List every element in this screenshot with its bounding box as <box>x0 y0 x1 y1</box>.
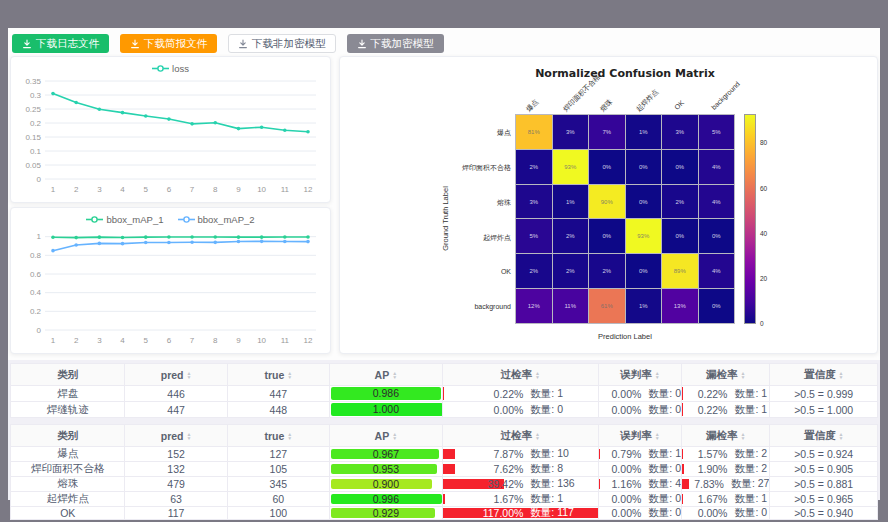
svg-text:8: 8 <box>213 336 218 345</box>
column-header[interactable]: AP▲▼ <box>330 364 443 386</box>
sort-icon[interactable]: ▲▼ <box>287 371 292 379</box>
category-cell: OK <box>11 507 125 520</box>
column-header[interactable]: 漏检率▲▼ <box>682 425 770 447</box>
rate-count: 数量: 0 <box>727 507 767 520</box>
rate-percent: 39.42% <box>443 478 524 490</box>
cm-cell: 2% <box>589 254 625 288</box>
legend-item-bbox_mAP_2[interactable]: bbox_mAP_2 <box>178 213 255 226</box>
legend-item-bbox_mAP_1[interactable]: bbox_mAP_1 <box>86 213 163 226</box>
sort-icon[interactable]: ▲▼ <box>740 371 745 379</box>
svg-text:4: 4 <box>120 185 125 194</box>
pred-cell: 479 <box>125 477 227 492</box>
svg-text:7: 7 <box>190 336 195 345</box>
column-header[interactable]: true▲▼ <box>227 425 329 447</box>
cm-colorbar-tick: 0 <box>760 320 764 327</box>
svg-text:10: 10 <box>257 336 266 345</box>
sort-icon[interactable]: ▲▼ <box>655 432 660 440</box>
legend-item-loss[interactable]: loss <box>152 62 189 75</box>
rate-percent: 1.67% <box>443 493 524 505</box>
svg-text:6: 6 <box>167 336 172 345</box>
rate-percent: 1.16% <box>599 478 642 490</box>
cm-colorbar-tick: 60 <box>760 185 767 192</box>
rate-percent: 7.83% <box>682 478 724 490</box>
column-header[interactable]: true▲▼ <box>227 364 329 386</box>
pred-cell: 63 <box>125 492 227 507</box>
table-row: 焊盘4464470.9860.22%数量: 10.00%数量: 00.22%数量… <box>11 386 878 402</box>
download-button-0[interactable]: 下载日志文件 <box>12 34 109 53</box>
column-header-label: 过检率 <box>501 368 533 382</box>
rate-count: 数量: 1 <box>523 492 563 506</box>
cm-cell: 0% <box>662 219 698 253</box>
cm-cell: 0% <box>589 219 625 253</box>
overdetect-cell: 117.00%数量: 117 <box>442 507 598 520</box>
download-button-1[interactable]: 下载简报文件 <box>120 34 217 53</box>
missed-cell: 0.22%数量: 1 <box>682 402 770 418</box>
cm-cell: 4% <box>699 150 735 184</box>
misjudge-cell: 0.00%数量: 0 <box>598 492 681 507</box>
column-header[interactable]: 置信度▲▼ <box>770 364 878 386</box>
cm-cell: 4% <box>699 254 735 288</box>
sort-icon[interactable]: ▲▼ <box>392 432 397 440</box>
cm-cell: 93% <box>626 219 662 253</box>
table-row: 爆点1521270.9677.87%数量: 100.79%数量: 11.57%数… <box>11 447 878 462</box>
sort-icon[interactable]: ▲▼ <box>655 371 660 379</box>
sort-icon[interactable]: ▲▼ <box>838 371 843 379</box>
svg-text:0.4: 0.4 <box>30 288 42 297</box>
svg-text:9: 9 <box>236 336 241 345</box>
column-header-label: 置信度 <box>804 368 836 382</box>
confidence-cell: >0.5 = 0.924 <box>770 447 878 462</box>
rate-percent: 0.00% <box>443 404 524 416</box>
table-row: 起焊炸点63600.9961.67%数量: 10.00%数量: 01.67%数量… <box>11 492 878 507</box>
column-header[interactable]: 置信度▲▼ <box>770 425 878 447</box>
column-header[interactable]: AP▲▼ <box>330 425 443 447</box>
sort-icon[interactable]: ▲▼ <box>186 371 191 379</box>
rate-percent: 1.90% <box>682 463 727 475</box>
ap-value: 0.986 <box>330 386 442 401</box>
cm-cell: 2% <box>516 150 552 184</box>
svg-text:0.2: 0.2 <box>30 119 42 128</box>
cm-cell: 1% <box>553 185 589 219</box>
column-header[interactable]: pred▲▼ <box>125 364 227 386</box>
column-header[interactable]: 过检率▲▼ <box>442 425 598 447</box>
column-header[interactable]: pred▲▼ <box>125 425 227 447</box>
category-cell: 熔珠 <box>11 477 125 492</box>
sort-icon[interactable]: ▲▼ <box>740 432 745 440</box>
missed-cell: 0.00%数量: 0 <box>682 507 770 520</box>
column-header[interactable]: 误判率▲▼ <box>598 364 681 386</box>
sort-icon[interactable]: ▲▼ <box>392 371 397 379</box>
true-cell: 447 <box>227 386 329 402</box>
sort-icon[interactable]: ▲▼ <box>838 432 843 440</box>
rate-percent: 0.79% <box>599 448 642 460</box>
column-header-label: 置信度 <box>804 429 836 443</box>
column-header-label: 类别 <box>57 429 78 443</box>
cm-cell: 0% <box>699 219 735 253</box>
download-button-2[interactable]: 下载非加密模型 <box>228 34 336 53</box>
overdetect-cell: 7.87%数量: 10 <box>442 447 598 462</box>
rate-percent: 117.00% <box>443 507 524 519</box>
true-cell: 127 <box>227 447 329 462</box>
pred-cell: 447 <box>125 402 227 418</box>
pred-cell: 117 <box>125 507 227 520</box>
svg-text:0.05: 0.05 <box>25 161 41 170</box>
column-header[interactable]: 误判率▲▼ <box>598 425 681 447</box>
download-icon <box>238 39 248 49</box>
column-header-label: 误判率 <box>620 429 652 443</box>
missed-cell: 0.22%数量: 1 <box>682 386 770 402</box>
cm-colorbar <box>744 114 756 324</box>
svg-text:0.35: 0.35 <box>25 77 41 86</box>
column-header[interactable]: 过检率▲▼ <box>442 364 598 386</box>
svg-text:7: 7 <box>190 185 195 194</box>
download-button-3[interactable]: 下载加密模型 <box>347 34 444 53</box>
loss-chart: 00.050.10.150.20.250.30.3512345678910111… <box>11 75 330 201</box>
ap-value: 0.900 <box>330 478 442 490</box>
loss-chart-legend: loss <box>11 57 330 75</box>
pred-cell: 132 <box>125 462 227 477</box>
sort-icon[interactable]: ▲▼ <box>535 371 540 379</box>
cm-row-label: 爆点 <box>429 128 511 138</box>
cm-cell: 2% <box>662 185 698 219</box>
sort-icon[interactable]: ▲▼ <box>287 432 292 440</box>
column-header[interactable]: 漏检率▲▼ <box>682 364 770 386</box>
cm-cell: 2% <box>516 254 552 288</box>
sort-icon[interactable]: ▲▼ <box>535 432 540 440</box>
sort-icon[interactable]: ▲▼ <box>186 432 191 440</box>
